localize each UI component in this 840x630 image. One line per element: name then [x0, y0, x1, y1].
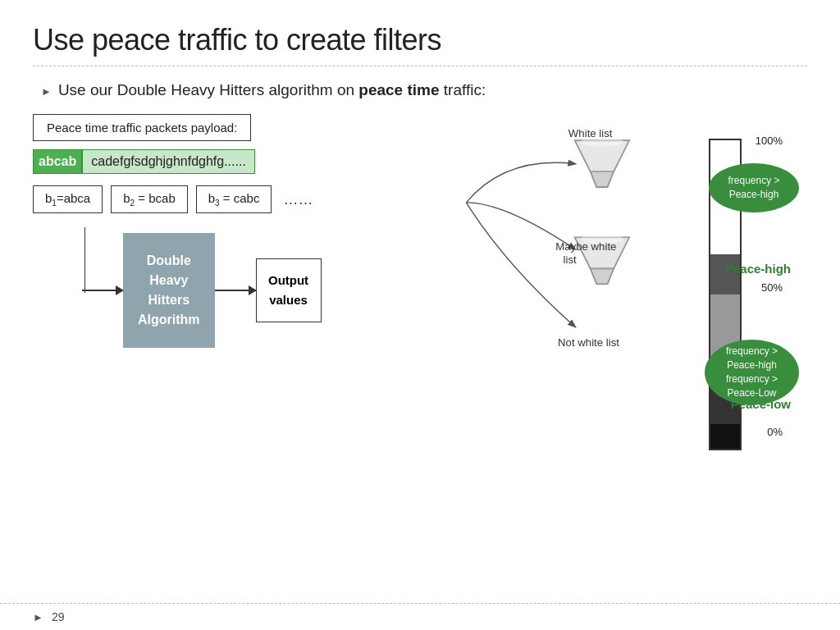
block-b3: b3 = cabc: [196, 185, 272, 213]
algo-row: DoubleHeavyHittersAlgorithm Outputvalues: [82, 233, 443, 348]
svg-marker-8: [575, 237, 629, 268]
svg-text:White list: White list: [568, 127, 613, 139]
bar-segment-bottom: [710, 424, 740, 449]
svg-marker-7: [591, 268, 614, 284]
payload-highlight: abcab: [33, 149, 82, 174]
svg-point-10: [580, 235, 623, 244]
payload-label-text: Peace time traffic packets payload:: [47, 121, 237, 135]
payload-label-box: Peace time traffic packets payload:: [33, 114, 251, 141]
bullet-text: Use our Double Heavy Hitters algorithm o…: [58, 81, 486, 99]
badge-frequency-high: frequency >Peace-high: [709, 163, 799, 212]
label-50: 50%: [761, 281, 783, 294]
svg-text:Not white list: Not white list: [558, 336, 619, 349]
bullet-highlight: peace time: [358, 81, 439, 98]
connector-line: [84, 227, 85, 293]
algo-box: DoubleHeavyHittersAlgorithm: [123, 233, 215, 348]
svg-text:list: list: [564, 253, 577, 266]
label-100: 100%: [756, 135, 783, 147]
bullet-row: ► Use our Double Heavy Hitters algorithm…: [0, 81, 840, 99]
right-section: White list Maybe white list Not white li…: [443, 114, 815, 516]
block-dots: ……: [283, 191, 313, 208]
blocks-row: b1=abca b2 = bcab b3 = cabc ……: [33, 185, 443, 213]
left-section: Peace time traffic packets payload: abca…: [33, 114, 443, 516]
svg-text:Maybe white: Maybe white: [555, 240, 616, 253]
svg-marker-3: [591, 171, 614, 187]
svg-marker-0: [575, 140, 629, 171]
svg-marker-2: [575, 140, 629, 171]
bullet-before: Use our Double Heavy Hitters algorithm o…: [58, 81, 358, 98]
algo-arrow-in: [82, 290, 123, 291]
footer-page-number: 29: [52, 610, 65, 623]
slide: Use peace traffic to create filters ► Us…: [0, 0, 840, 630]
main-content: Peace time traffic packets payload: abca…: [0, 114, 840, 516]
footer-arrow-icon: ►: [33, 611, 43, 623]
payload-string-row: abcabcadefgfsdghjghnfdghfg......: [33, 149, 443, 174]
label-peace-high: Peace-high: [725, 262, 791, 276]
block-b2: b2 = bcab: [111, 185, 188, 213]
slide-title: Use peace traffic to create filters: [0, 0, 840, 66]
svg-marker-9: [591, 268, 614, 284]
bar-section: 100% 50% 0% Peace-high Peace-low frequen…: [717, 122, 799, 500]
bullet-after: traffic:: [440, 81, 486, 98]
badge-frequency-both: frequency >Peace-highfrequency >Peace-Lo…: [705, 340, 799, 405]
svg-point-4: [580, 137, 623, 146]
title-divider: [33, 66, 807, 66]
output-box: Outputvalues: [256, 258, 322, 322]
payload-rest: cadefgfsdghjghnfdghfg......: [82, 149, 255, 174]
svg-marker-6: [575, 237, 629, 268]
block-b1: b1=abca: [33, 185, 103, 213]
label-0: 0%: [767, 426, 783, 438]
slide-footer: ► 29: [0, 603, 840, 630]
bullet-arrow-icon: ►: [41, 85, 52, 98]
svg-marker-1: [591, 171, 614, 187]
algo-arrow-out: [215, 290, 256, 291]
